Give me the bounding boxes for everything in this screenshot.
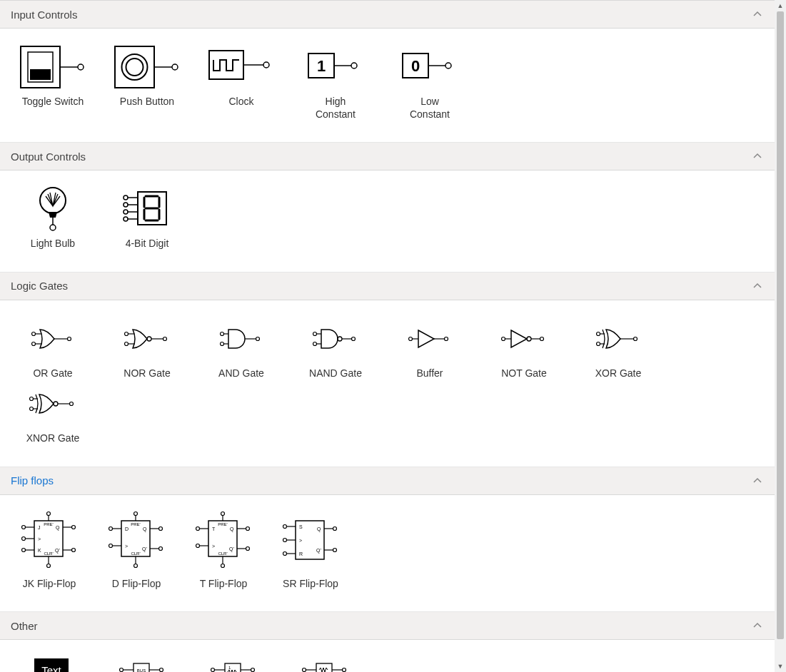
svg-point-167 [120, 668, 124, 672]
scrollbar-track[interactable] [775, 11, 786, 661]
component-or-gate[interactable]: OR Gate [11, 315, 95, 380]
svg-text:Q': Q' [55, 548, 60, 554]
svg-point-169 [160, 668, 163, 672]
svg-point-59 [338, 337, 342, 341]
svg-text:CLR': CLR' [131, 551, 140, 556]
svg-point-63 [313, 342, 317, 345]
svg-point-87 [70, 402, 74, 406]
component-xor-gate[interactable]: XOR Gate [576, 315, 660, 380]
svg-text:CLR': CLR' [218, 551, 227, 556]
scrollbar[interactable]: ▲ ▼ [775, 0, 786, 672]
not-gate-icon [501, 315, 547, 363]
svg-point-128 [159, 547, 163, 551]
component-label: Light Bulb [31, 238, 75, 250]
component-sr-flip-flop[interactable]: S > R Q Q' SR Flip-Flop [272, 509, 349, 591]
svg-point-61 [313, 332, 317, 335]
section-header-logic-gates[interactable]: Logic Gates [0, 273, 775, 300]
component-buffer[interactable]: Buffer [388, 315, 472, 380]
svg-text:Q': Q' [229, 546, 234, 552]
svg-point-155 [283, 524, 287, 528]
component-clock[interactable]: Clock [199, 43, 283, 121]
or-gate-icon [31, 315, 74, 363]
svg-point-20 [445, 63, 451, 68]
svg-point-163 [333, 548, 337, 551]
svg-point-43 [32, 342, 36, 345]
svg-point-12 [263, 62, 269, 68]
svg-text:D: D [125, 526, 129, 531]
svg-point-147 [246, 547, 250, 551]
and-gate-icon [220, 315, 263, 363]
component-low-constant[interactable]: 0 LowConstant [388, 43, 472, 121]
section-title: Logic Gates [11, 280, 68, 292]
svg-point-124 [109, 544, 113, 548]
component-toggle-switch[interactable]: Toggle Switch [11, 43, 95, 121]
nand-gate-icon [313, 315, 358, 363]
svg-text:T: T [212, 526, 216, 531]
svg-point-39 [124, 217, 128, 221]
section-body-logic-gates: OR Gate NOR Gate [0, 300, 775, 467]
text-icon: Text [34, 654, 69, 672]
pull-up-icon: 1 [209, 654, 259, 672]
component-d-flip-flop[interactable]: PRE' CLR' D > Q Q' D Flip-Fl [98, 509, 175, 591]
component-pull-down[interactable]: 0 Pull Down [285, 654, 366, 672]
component-pull-up[interactable]: 1 Pull Up [193, 654, 275, 672]
svg-point-118 [134, 512, 138, 516]
component-label: SR Flip-Flop [283, 578, 338, 591]
component-xnor-gate[interactable]: XNOR Gate [11, 380, 95, 445]
component-label: OR Gate [33, 367, 72, 380]
buffer-icon [408, 315, 451, 363]
svg-text:J: J [38, 525, 41, 530]
svg-text:Q: Q [230, 526, 234, 532]
component-nor-gate[interactable]: NOR Gate [105, 315, 189, 380]
component-not-gate[interactable]: NOT Gate [482, 315, 566, 380]
svg-point-173 [211, 668, 215, 672]
svg-text:>: > [38, 536, 41, 541]
component-text[interactable]: Text [11, 654, 92, 672]
svg-point-65 [352, 337, 356, 340]
component-t-flip-flop[interactable]: PRE' CLR' T > Q Q' T Flip-Fl [185, 509, 262, 591]
svg-point-76 [597, 332, 600, 335]
svg-text:Q': Q' [316, 548, 321, 554]
svg-point-85 [30, 407, 34, 411]
scroll-up-icon[interactable]: ▲ [775, 0, 786, 11]
component-bus[interactable]: BUS Bus [102, 654, 183, 672]
component-label: XOR Gate [595, 367, 642, 380]
component-label: JK Flip-Flop [23, 578, 76, 591]
svg-text:R: R [299, 551, 303, 556]
svg-point-103 [22, 537, 26, 541]
section-body-output-controls: Light Bulb [0, 170, 775, 273]
svg-point-175 [251, 668, 255, 672]
section-title: Input Controls [11, 9, 77, 21]
section-header-output-controls[interactable]: Output Controls [0, 143, 775, 170]
bus-icon: BUS [118, 654, 168, 672]
svg-point-161 [333, 526, 337, 530]
clock-icon [208, 43, 276, 91]
section-header-flip-flops[interactable]: Flip flops [0, 467, 775, 495]
low-constant-icon: 0 [401, 43, 458, 91]
component-4bit-digit[interactable]: 4-Bit Digit [105, 185, 189, 250]
nor-gate-icon [124, 315, 170, 363]
svg-text:Q: Q [56, 525, 60, 531]
component-label: 4-Bit Digit [126, 238, 169, 250]
svg-text:CLR': CLR' [44, 551, 53, 556]
section-header-other[interactable]: Other [0, 612, 775, 640]
scroll-down-icon[interactable]: ▼ [775, 661, 786, 672]
svg-text:>: > [299, 538, 302, 543]
scrollbar-thumb[interactable] [777, 11, 784, 639]
component-label: AND Gate [218, 367, 264, 380]
component-jk-flip-flop[interactable]: PRE' CLR' J > K Q Q' [11, 509, 88, 591]
push-button-icon [114, 43, 181, 91]
component-label: T Flip-Flop [200, 578, 248, 591]
component-and-gate[interactable]: AND Gate [199, 315, 283, 380]
svg-rect-2 [30, 69, 51, 80]
component-label: D Flip-Flop [112, 578, 161, 591]
component-label: Push Button [120, 96, 174, 108]
svg-point-37 [124, 210, 128, 214]
component-light-bulb[interactable]: Light Bulb [11, 185, 95, 250]
section-title: Other [11, 620, 38, 632]
component-push-button[interactable]: Push Button [105, 43, 189, 121]
section-header-input-controls[interactable]: Input Controls [0, 1, 775, 29]
svg-point-159 [283, 551, 287, 555]
component-high-constant[interactable]: 1 HighConstant [293, 43, 378, 121]
component-nand-gate[interactable]: NAND Gate [293, 315, 378, 380]
